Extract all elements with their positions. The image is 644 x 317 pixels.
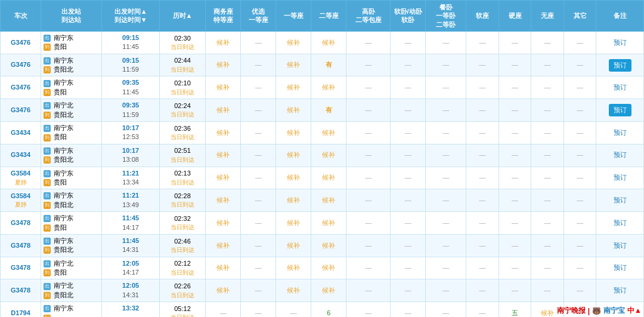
train-number[interactable]: G3584 [11,170,30,177]
book-text[interactable]: 预订 [614,129,627,136]
book-text[interactable]: 预订 [614,174,627,181]
departure-station: 出 南宁北 [44,259,100,268]
dash-value: — [405,287,411,294]
departure-station: 出 南宁东 [44,33,100,42]
departure-time: 11:45 [103,236,158,245]
book-text[interactable]: 预订 [614,287,627,294]
cell-station: 出 南宁东 到 贵阳 [41,122,102,144]
cell-biz: 候补 [206,122,241,144]
book-text[interactable]: 预订 [614,151,627,158]
available-value: 有 [326,106,332,113]
train-number[interactable]: D1794 [11,309,30,316]
cell-first: 候补 [276,212,311,235]
table-row: G3584夏静 出 南宁东 到 贵阳北 11:21 13:4902:28当日到达… [1,189,644,212]
cell-duration: 02:46当日到达 [159,234,205,257]
book-text[interactable]: 预订 [614,39,627,46]
dash-value: — [479,84,486,91]
dash-value: — [512,219,518,226]
duration-time: 02:32 [161,214,204,223]
cell-softsleep: — [391,167,426,189]
cell-hardbed: — [499,167,531,189]
cell-biz: 候补 [206,99,241,122]
cell-secondpkg: — [346,144,391,167]
dash-value: — [544,106,551,113]
cell-remark: 预订 [596,144,644,167]
cell-prio: — [241,54,276,76]
departure-time: 11:21 [103,191,158,200]
cell-second: 6 [311,302,346,317]
station-icon-to: 到 [44,179,51,186]
train-number[interactable]: G3584 [11,192,30,199]
cell-softbed: — [466,76,499,99]
station-icon-to: 到 [44,89,51,96]
train-number[interactable]: G3476 [11,61,30,68]
kebu-value: 候补 [322,129,335,136]
arrival-station: 到 贵阳 [44,268,100,277]
cell-first: 候补 [276,31,311,54]
cell-remark: 预订 [596,167,644,189]
cell-remark[interactable]: 预订 [596,54,644,76]
dash-value: — [442,242,449,249]
dash-value: — [365,174,371,181]
station-icon-from: 出 [44,305,51,312]
cell-softhard: — [426,31,466,54]
cell-remark[interactable]: 预订 [596,99,644,122]
train-number[interactable]: G3434 [11,151,30,158]
cell-hardbed: — [499,212,531,235]
cell-softsleep: — [391,212,426,235]
table-row: G3434 出 南宁东 到 贵阳 10:17 12:5302:36当日到达候补—… [1,122,644,144]
table-row: D1794 出 南宁东 到 ... 13:32 ...05:12当日到达———6… [1,302,644,317]
dash-value: — [544,61,551,68]
cell-train: G3584夏静 [1,167,41,189]
train-number[interactable]: G3434 [11,129,30,136]
duration-note: 当日到达 [161,66,204,74]
train-number[interactable]: G3476 [11,39,30,46]
dash-value: — [255,309,262,316]
duration-note: 当日到达 [161,313,204,317]
station-icon-from: 出 [44,283,51,290]
book-text[interactable]: 预订 [614,196,627,204]
train-number[interactable]: G3478 [11,219,30,226]
station-icon-to: 到 [44,112,51,119]
book-button[interactable]: 预订 [609,59,631,72]
train-number[interactable]: G3476 [11,84,30,91]
cell-duration: 02:12当日到达 [159,257,205,279]
train-number[interactable]: G3478 [11,264,30,271]
book-text[interactable]: 预订 [614,242,627,249]
book-text[interactable]: 预订 [614,219,627,226]
cell-secondpkg: — [346,54,391,76]
cell-noseat: 候补 [531,302,564,317]
cell-station: 出 南宁北 到 贵阳 [41,257,102,279]
arrival-time: 13:08 [103,155,158,164]
dash-value: — [405,309,411,316]
cell-hardbed: — [499,234,531,257]
col-duration[interactable]: 历时▲ [159,1,205,32]
dash-value: — [479,196,486,204]
kebu-value: 候补 [322,196,335,204]
table-row: G3478 出 南宁东 到 贵阳北 11:45 14:3102:46当日到达候补… [1,234,644,257]
book-text[interactable]: 预订 [614,264,627,271]
train-number[interactable]: G3476 [11,106,30,113]
cell-first: 候补 [276,234,311,257]
train-number[interactable]: G3478 [11,242,30,249]
from-station-name: 南宁东 [54,237,73,244]
kebu-value: 候补 [287,242,300,249]
cell-prio: — [241,167,276,189]
cell-softhard: — [426,189,466,212]
duration-note: 当日到达 [161,269,204,277]
book-text[interactable]: 预订 [614,84,627,91]
kebu-value: 候补 [216,39,230,46]
dash-value: — [255,84,262,91]
cell-remark: 预订 [596,257,644,279]
cell-other: — [564,144,596,167]
train-number[interactable]: G3478 [11,287,30,294]
cell-duration: 02:44当日到达 [159,54,205,76]
book-button[interactable]: 预订 [609,104,631,116]
col-time[interactable]: 出发时间▲ 到达时间▼ [102,1,160,32]
duration-time: 02:28 [161,192,204,201]
to-station-name: 贵阳 [54,178,67,186]
from-station-name: 南宁东 [54,57,73,64]
cell-station: 出 南宁北 到 贵阳北 [41,279,102,302]
cell-softhard: — [426,279,466,302]
cell-softbed: — [466,99,499,122]
